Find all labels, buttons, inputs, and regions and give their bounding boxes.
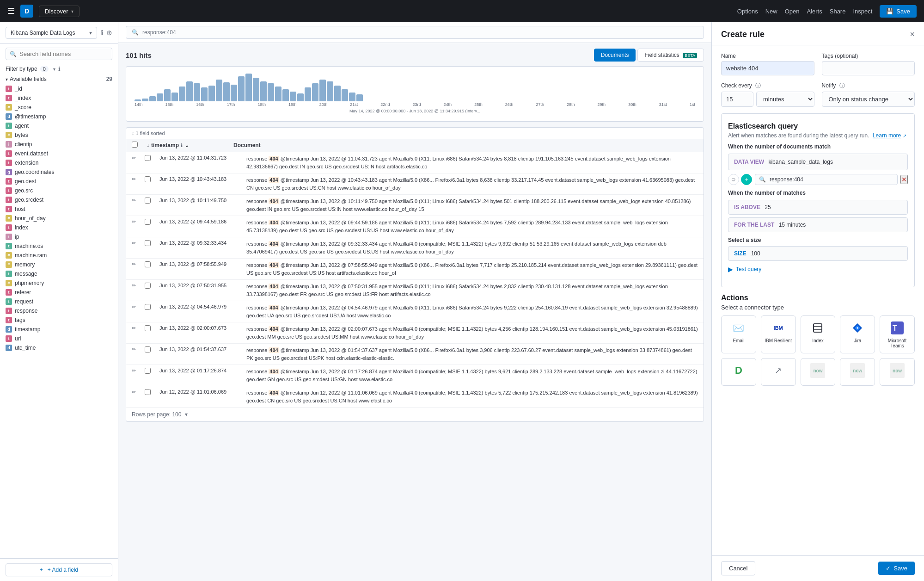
sidebar-field-memory[interactable]: #memory bbox=[0, 260, 118, 269]
sidebar-field-timestamp[interactable]: dtimestamp bbox=[0, 325, 118, 334]
connector-msteams[interactable]: T Microsoft Teams bbox=[880, 315, 915, 353]
alerts-link[interactable]: Alerts bbox=[807, 8, 822, 15]
hamburger-icon[interactable]: ☰ bbox=[7, 6, 15, 16]
row-edit-icon[interactable]: ✏ bbox=[132, 283, 141, 289]
sidebar-field-geo.dest[interactable]: tgeo.dest bbox=[0, 177, 118, 186]
sidebar-field-index[interactable]: tindex bbox=[0, 223, 118, 232]
sidebar-field-_id[interactable]: t_id bbox=[0, 84, 118, 93]
sidebar-field-hour_of_day[interactable]: #hour_of_day bbox=[0, 214, 118, 223]
sidebar-field-utc_time[interactable]: dutc_time bbox=[0, 343, 118, 352]
tab-documents[interactable]: Documents bbox=[594, 49, 636, 62]
sidebar-field-host[interactable]: thost bbox=[0, 204, 118, 214]
connector-now3[interactable]: now bbox=[880, 358, 915, 386]
row-edit-icon[interactable]: ✏ bbox=[132, 261, 141, 267]
sidebar-field-referer[interactable]: treferer bbox=[0, 288, 118, 297]
sidebar-field-geo.srcdest[interactable]: tgeo.srcdest bbox=[0, 195, 118, 204]
row-checkbox[interactable] bbox=[145, 219, 151, 225]
row-edit-icon[interactable]: ✏ bbox=[132, 389, 141, 395]
info-icon[interactable]: ℹ bbox=[101, 29, 104, 37]
sidebar-field-machine.os[interactable]: tmachine.os bbox=[0, 241, 118, 251]
timestamp-column-header[interactable]: timestamp bbox=[151, 142, 179, 148]
learn-more-link[interactable]: Learn more bbox=[873, 132, 901, 139]
sidebar-field-_index[interactable]: t_index bbox=[0, 93, 118, 103]
query-input[interactable] bbox=[770, 176, 893, 183]
sidebar-field-phpmemory[interactable]: #phpmemory bbox=[0, 278, 118, 288]
select-all-checkbox[interactable] bbox=[132, 142, 138, 148]
row-edit-icon[interactable]: ✏ bbox=[132, 155, 141, 161]
row-checkbox[interactable] bbox=[145, 261, 151, 267]
row-checkbox[interactable] bbox=[145, 283, 151, 289]
row-edit-icon[interactable]: ✏ bbox=[132, 198, 141, 204]
connector-d[interactable]: D bbox=[721, 358, 756, 386]
close-button[interactable]: × bbox=[910, 30, 915, 39]
tags-input[interactable] bbox=[822, 61, 915, 75]
add-filter-button[interactable]: + bbox=[741, 174, 752, 185]
now3-icon: now bbox=[890, 363, 905, 378]
open-link[interactable]: Open bbox=[785, 8, 800, 15]
row-checkbox[interactable] bbox=[145, 176, 151, 182]
rule-name-input[interactable] bbox=[721, 61, 814, 75]
field-name: geo.dest bbox=[15, 178, 36, 185]
discover-selector[interactable]: Discover ▾ bbox=[39, 6, 80, 17]
sidebar-field-@timestamp[interactable]: d@timestamp bbox=[0, 112, 118, 121]
row-checkbox[interactable] bbox=[145, 368, 151, 374]
sidebar-field-request[interactable]: trequest bbox=[0, 297, 118, 306]
row-edit-icon[interactable]: ✏ bbox=[132, 325, 141, 331]
new-link[interactable]: New bbox=[765, 8, 777, 15]
sidebar-field-machine.ram[interactable]: #machine.ram bbox=[0, 251, 118, 260]
sidebar-field-url[interactable]: turl bbox=[0, 334, 118, 343]
row-checkbox[interactable] bbox=[145, 325, 151, 331]
check-every-unit-select[interactable]: minuteshoursdays bbox=[756, 92, 814, 107]
row-checkbox[interactable] bbox=[145, 346, 151, 352]
row-edit-icon[interactable]: ✏ bbox=[132, 240, 141, 246]
row-checkbox[interactable] bbox=[145, 389, 151, 395]
save-rule-button[interactable]: ✓ Save bbox=[878, 562, 915, 575]
cancel-button[interactable]: Cancel bbox=[721, 561, 755, 575]
row-checkbox[interactable] bbox=[145, 240, 151, 246]
row-edit-icon[interactable]: ✏ bbox=[132, 219, 141, 225]
smiley-button[interactable]: ☺ bbox=[728, 174, 739, 185]
sidebar-field-geo.src[interactable]: tgeo.src bbox=[0, 186, 118, 195]
row-edit-icon[interactable]: ✏ bbox=[132, 368, 141, 374]
sidebar-field-response[interactable]: tresponse bbox=[0, 306, 118, 315]
connector-index[interactable]: Index bbox=[801, 315, 836, 353]
connector-ibm[interactable]: IBM IBM Resilient bbox=[761, 315, 796, 353]
test-query-button[interactable]: ▶ Test query bbox=[728, 266, 761, 273]
share-link[interactable]: Share bbox=[830, 8, 846, 15]
sidebar-field-message[interactable]: tmessage bbox=[0, 269, 118, 278]
sidebar-field-tags[interactable]: ttags bbox=[0, 315, 118, 325]
connector-jira[interactable]: Jira bbox=[840, 315, 875, 353]
tab-field-statistics[interactable]: Field statistics BETA bbox=[637, 49, 704, 62]
sidebar-field-event.dataset[interactable]: tevent.dataset bbox=[0, 149, 118, 158]
row-checkbox[interactable] bbox=[145, 155, 151, 161]
sidebar-field-_score[interactable]: #_score bbox=[0, 103, 118, 112]
inspect-link[interactable]: Inspect bbox=[853, 8, 872, 15]
settings-icon[interactable]: ⊕ bbox=[106, 29, 112, 37]
connector-arrow[interactable]: ↗ bbox=[761, 358, 796, 386]
clear-query-button[interactable]: ✕ bbox=[900, 175, 908, 184]
connector-now1[interactable]: now bbox=[801, 358, 836, 386]
sidebar-field-agent[interactable]: tagent bbox=[0, 121, 118, 130]
row-checkbox[interactable] bbox=[145, 198, 151, 204]
add-field-button[interactable]: + + Add a field bbox=[6, 563, 112, 576]
row-edit-icon[interactable]: ✏ bbox=[132, 176, 141, 182]
save-button[interactable]: 💾 Save bbox=[880, 5, 917, 18]
sidebar-field-geo.coordinates[interactable]: ggeo.coordinates bbox=[0, 167, 118, 177]
row-checkbox[interactable] bbox=[145, 304, 151, 310]
filter-arrow-icon[interactable]: ▾ bbox=[53, 67, 55, 72]
row-edit-icon[interactable]: ✏ bbox=[132, 304, 141, 310]
connector-now2[interactable]: now bbox=[840, 358, 875, 386]
data-view-selector[interactable]: Kibana Sample Data Logs ▾ bbox=[6, 27, 97, 39]
rows-per-page[interactable]: Rows per page: 100 bbox=[132, 411, 181, 418]
connector-email[interactable]: ✉️ Email bbox=[721, 315, 756, 353]
check-every-value-input[interactable] bbox=[721, 92, 753, 107]
sidebar-field-bytes[interactable]: #bytes bbox=[0, 130, 118, 140]
sidebar-field-extension[interactable]: textension bbox=[0, 158, 118, 167]
search-input[interactable] bbox=[19, 50, 108, 57]
notify-select[interactable]: Only on status changeEvery time alert is… bbox=[822, 92, 915, 107]
sidebar-field-ip[interactable]: iip bbox=[0, 232, 118, 241]
sidebar-field-clientip[interactable]: iclientip bbox=[0, 140, 118, 149]
filter-info-icon[interactable]: ℹ bbox=[58, 66, 61, 72]
row-edit-icon[interactable]: ✏ bbox=[132, 346, 141, 352]
options-link[interactable]: Options bbox=[737, 8, 758, 15]
